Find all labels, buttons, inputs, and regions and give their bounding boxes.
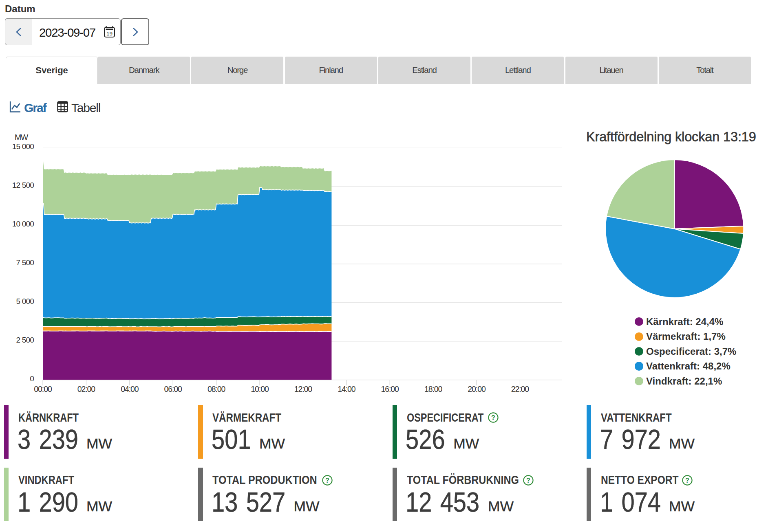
svg-text:?: ? — [526, 477, 530, 484]
svg-text:?: ? — [685, 477, 689, 484]
svg-text:?: ? — [491, 414, 495, 421]
svg-text:?: ? — [325, 477, 329, 484]
